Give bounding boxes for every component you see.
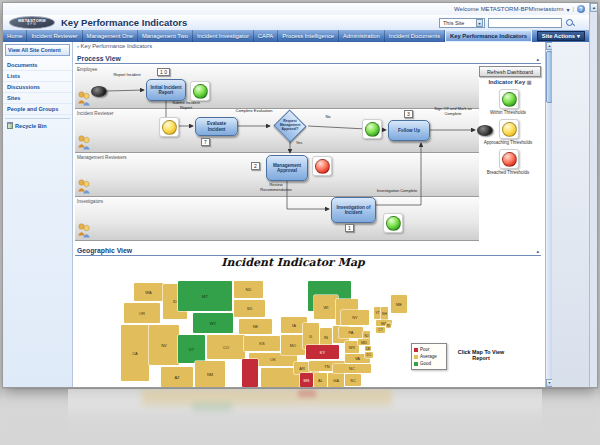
state-tile-in[interactable]: IN [320, 328, 332, 346]
sidebar-item-lists[interactable]: Lists [3, 71, 72, 82]
recycle-bin-link[interactable]: Recycle Bin [5, 118, 70, 132]
flow-node-investigation-of-incident[interactable]: Investigation of Incident [331, 197, 376, 223]
state-tile[interactable] [242, 359, 258, 387]
tab-process-intelligence[interactable]: Process Intelligence [278, 30, 339, 42]
flow-edge-label: Report Incident [108, 73, 146, 78]
state-tile-nv[interactable]: NV [149, 325, 179, 365]
tab-incident-reviewer[interactable]: Incident Reviewer [27, 30, 82, 42]
welcome-menu-caret[interactable]: ▾ [566, 6, 569, 13]
green-light-icon [193, 84, 208, 99]
state-tile-ny[interactable]: NY [341, 310, 369, 325]
site-actions-button[interactable]: Site Actions ▾ [537, 31, 585, 41]
state-tile-ms[interactable]: MS [300, 373, 313, 387]
state-tile-ca[interactable]: CA [121, 325, 149, 381]
legend-swatch [414, 362, 418, 366]
legend-swatch [414, 348, 418, 352]
sidebar-item-discussions[interactable]: Discussions [3, 82, 72, 93]
help-icon[interactable]: ? [577, 5, 585, 13]
chevron-down-icon: ▾ [476, 19, 483, 27]
state-tile-or[interactable]: OR [124, 303, 160, 323]
state-tile-wi[interactable]: WI [314, 295, 338, 319]
state-tile-ga[interactable]: GA [328, 373, 344, 387]
search-icon[interactable] [565, 18, 575, 28]
state-tile-nd[interactable]: ND [234, 281, 263, 298]
indicator-key-title: Indicator Key ▦ [479, 79, 541, 85]
state-tile-wa[interactable]: WA [134, 283, 163, 301]
flow-edge-label: Investigation Complete [376, 189, 418, 194]
sidebar-item-sites[interactable]: Sites [3, 93, 72, 104]
state-tile-ct[interactable]: CT [376, 327, 385, 333]
sidebar: View All Site Content DocumentsListsDisc… [3, 42, 73, 387]
state-tile-ky[interactable]: KY [306, 345, 339, 359]
page-scrollbar[interactable]: ▲ ▼ [545, 42, 552, 387]
state-tile-vt[interactable]: VT [374, 307, 381, 319]
state-tile-wy[interactable]: WY [193, 313, 233, 333]
tab-home[interactable]: Home [3, 30, 27, 42]
state-tile-al[interactable]: AL [314, 373, 327, 387]
tab-bar: HomeIncident ReviewerManagement OneManag… [3, 30, 589, 42]
state-tile-nc[interactable]: NC [333, 364, 371, 373]
state-tile-mo[interactable]: MO [281, 335, 305, 355]
state-tile-de[interactable]: DE [365, 346, 371, 351]
collapse-chevron-icon[interactable]: ▴ [536, 56, 539, 62]
tab-management-two[interactable]: Management Two [138, 30, 193, 42]
legend-label: Average [420, 353, 437, 360]
reflection-fade [2, 389, 598, 445]
count-badge: 2 [251, 162, 260, 170]
tab-management-one[interactable]: Management One [83, 30, 138, 42]
search-scope-select[interactable]: This Site ▾ [439, 18, 485, 28]
search-input[interactable] [488, 18, 562, 28]
state-tile-ut[interactable]: UT [178, 335, 205, 363]
state-tile-nh[interactable]: NH [381, 307, 388, 321]
indicator-key-grid-icon: ▦ [527, 79, 532, 85]
collapse-chevron-icon[interactable]: ▴ [536, 248, 539, 254]
flow-node-follow-up[interactable]: Follow Up [388, 120, 430, 141]
flow-node-start [91, 86, 107, 97]
state-tile-ne[interactable]: NE [239, 319, 272, 334]
status-light-icon [159, 117, 179, 137]
state-tile-wv[interactable]: WV [345, 341, 359, 353]
state-tile-dc[interactable]: DC [365, 352, 373, 358]
state-tile-sc[interactable]: SC [345, 374, 361, 386]
state-tile-mt[interactable]: MT [178, 281, 232, 311]
process-diagram: EmployeeIncident ReviewerManagement Revi… [75, 65, 543, 245]
browser-window: Welcome METASTORM-BPM\metastorm ▾ | ? ME… [2, 2, 598, 388]
flow-edge-label: Sign Off and Mark as Complete [431, 107, 475, 116]
state-tile-nm[interactable]: NM [195, 361, 225, 387]
legend-swatch [414, 355, 418, 359]
page-title: Key Performance Indicators [61, 17, 187, 28]
status-light-icon [499, 149, 519, 169]
flow-node-management-approval[interactable]: Management Approval [266, 155, 308, 181]
state-tile-ks[interactable]: KS [244, 336, 280, 351]
scroll-up-icon[interactable]: ▲ [590, 3, 598, 12]
state-tile-md[interactable]: MD [358, 339, 370, 345]
tab-key-performance-indicators[interactable]: Key Performance Indicators [445, 30, 532, 42]
indicator-key-item-label: Breached Thresholds [475, 170, 541, 175]
flow-node-request-management-approval[interactable]: Request Management Approval? [272, 112, 308, 140]
flow-node-evaluate-incident[interactable]: Evaluate Incident [195, 117, 238, 136]
state-tile-pa[interactable]: PA [339, 327, 363, 338]
us-map[interactable]: WAORCAIDNVMTWYUTCOAZNMNDSDNEKSOKMNIAMOAR… [81, 273, 539, 387]
state-tile-co[interactable]: CO [207, 335, 245, 359]
flow-node-initial-incident-report[interactable]: Initial Incident Report [146, 79, 186, 101]
state-tile-sd[interactable]: SD [234, 300, 265, 317]
flow-node-end [477, 125, 493, 136]
tab-administration[interactable]: Administration [339, 30, 385, 42]
browser-scrollbar[interactable]: ▲ [589, 3, 597, 387]
recycle-bin-icon [7, 122, 13, 129]
flow-edge-label: Complete Evaluation [235, 109, 273, 114]
sidebar-item-documents[interactable]: Documents [3, 60, 72, 71]
state-tile-me[interactable]: ME [391, 295, 407, 313]
sidebar-item-people-and-groups[interactable]: People and Groups [3, 104, 72, 115]
tab-incident-documents[interactable]: Incident Documents [385, 30, 445, 42]
site-actions-label: Site Actions [542, 33, 575, 39]
tab-capa[interactable]: CAPA [254, 30, 278, 42]
recycle-bin-label: Recycle Bin [15, 123, 47, 129]
refresh-dashboard-button[interactable]: Refresh Dashboard [479, 66, 541, 77]
view-all-site-content-link[interactable]: View All Site Content [5, 44, 70, 56]
tab-incident-investigator[interactable]: Incident Investigator [193, 30, 254, 42]
state-tile-ri[interactable]: RI [386, 323, 391, 328]
state-tile-az[interactable]: AZ [161, 367, 193, 387]
indicator-key-item-label: Within Thresholds [475, 110, 541, 115]
count-badge: 7 [201, 138, 210, 146]
